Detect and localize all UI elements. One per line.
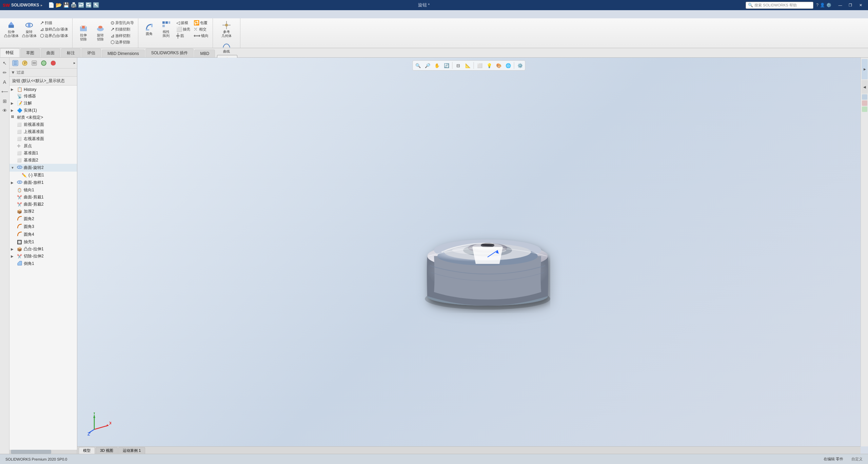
tree-item-fillet2[interactable]: 圆角2 xyxy=(9,215,77,223)
rp-texture-btn[interactable] xyxy=(862,100,867,106)
solid-expand[interactable]: ▶ xyxy=(11,109,16,112)
dimension-tool-button[interactable]: ⟵ xyxy=(1,88,9,96)
sweep-cut-button[interactable]: ↗扫描切割 xyxy=(109,26,135,32)
tree-item-material[interactable]: 材质 <未指定> xyxy=(9,114,77,121)
tree-item-surface-loft1[interactable]: ▶ 曲面-放样1 xyxy=(9,179,77,187)
btab-motion[interactable]: 运动算例 1 xyxy=(118,447,145,454)
rib-button[interactable]: ╪筋 xyxy=(175,33,192,39)
customize-button[interactable]: 自定义 xyxy=(849,456,865,462)
loft-cut-button[interactable]: ⊿放样切割 xyxy=(109,33,135,39)
linear-pattern-button[interactable]: 线性阵列 xyxy=(158,20,174,39)
revolve-cut-button[interactable]: 旋转切除 xyxy=(92,23,108,42)
rp-color-btn[interactable] xyxy=(862,94,867,100)
btab-model[interactable]: 模型 xyxy=(79,447,95,454)
select-tool-button[interactable]: ↖ xyxy=(1,59,9,67)
ref-geo-button[interactable]: 参考几何体 xyxy=(218,20,235,39)
fp-property-btn[interactable]: P xyxy=(20,59,29,67)
sketch-tool-button[interactable]: ✏ xyxy=(1,69,9,77)
fp-expand-arrow[interactable]: ▸ xyxy=(74,61,76,65)
redo-icon[interactable]: ↪️ xyxy=(85,2,92,8)
user-icon[interactable]: 👤 xyxy=(820,3,825,7)
revolve-button[interactable]: 旋转凸台/基体 xyxy=(21,20,38,39)
cut-extrude2-expand[interactable]: ▶ xyxy=(11,254,16,258)
fillet-button[interactable]: 圆角 xyxy=(141,22,157,37)
history-expand[interactable]: ▶ xyxy=(11,88,16,91)
rp-scene-btn[interactable] xyxy=(862,107,867,112)
loft-button[interactable]: ⊿放样凸台/基体 xyxy=(39,26,70,32)
tab-feature[interactable]: 特征 xyxy=(0,48,20,57)
tree-item-solid[interactable]: ▶ 🔷 实体(1) xyxy=(9,107,77,114)
tree-item-thicken2[interactable]: 📦 加厚2 xyxy=(9,208,77,215)
shell-button[interactable]: ⬜抽壳 xyxy=(175,26,192,32)
tree-item-mirror1[interactable]: 🪞 镜向1 xyxy=(9,187,77,194)
fp-config-btn[interactable] xyxy=(30,59,39,67)
tree-item-top-plane[interactable]: ⬜ 上视基准面 xyxy=(9,128,77,135)
close-button[interactable]: ✕ xyxy=(856,1,865,9)
help-icon[interactable]: ? xyxy=(816,3,818,7)
tree-item-right-plane[interactable]: ⬜ 右视基准面 xyxy=(9,135,77,142)
tree-item-fillet3[interactable]: 圆角3 xyxy=(9,223,77,231)
tree-item-surface-trim2[interactable]: ✂️ 曲面-剪裁2 xyxy=(9,201,77,208)
intersect-button[interactable]: ⛌相交 xyxy=(192,26,210,32)
mirror-button[interactable]: ⟺镜向 xyxy=(192,33,210,39)
surface-revolve2-expand[interactable]: ▼ xyxy=(11,166,16,170)
settings-icon[interactable]: ⚙️ xyxy=(826,3,831,7)
fp-hscroll-thumb[interactable] xyxy=(11,450,51,454)
annotation-expand[interactable]: ▶ xyxy=(11,101,16,105)
rp-palette-pane[interactable]: ◀ xyxy=(862,80,868,94)
viewport[interactable]: 🔍 🔎 ✋ 🔄 ⊟ 📐 ⬜ 💡 🎨 🌐 ⚙️ xyxy=(77,58,861,446)
print-icon[interactable]: 🖨️ xyxy=(71,2,77,8)
tab-annotation[interactable]: 标注 xyxy=(61,49,81,57)
tree-item-surface-trim1[interactable]: ✂️ 曲面-剪裁1 xyxy=(9,194,77,201)
tree-item-origin[interactable]: ✛ 原点 xyxy=(9,142,77,150)
tab-mbd-dimensions[interactable]: MBD Dimensions xyxy=(102,50,145,57)
extrude-cut-button[interactable]: 拉伸切除 xyxy=(75,23,92,42)
search-box[interactable]: 🔍 搜索 SOLIDWORKS 帮助 xyxy=(746,2,813,9)
tree-item-cut-extrude2[interactable]: ▶ ✂️ 切除-拉伸2 xyxy=(9,253,77,260)
fp-color-btn[interactable] xyxy=(49,59,58,67)
fp-feature-btn[interactable] xyxy=(11,59,20,67)
tree-item-chamfer1[interactable]: 倒角1 xyxy=(9,260,77,268)
undo-icon[interactable]: ↩️ xyxy=(78,2,84,8)
wrap-button[interactable]: 🔁包覆 xyxy=(192,20,210,26)
tree-item-sketch1[interactable]: ✏️ (-) 草图1 xyxy=(9,172,77,179)
tab-evaluate[interactable]: 评估 xyxy=(81,49,101,57)
tab-surface[interactable]: 曲面 xyxy=(41,49,60,57)
tab-sw-plugins[interactable]: SOLIDWORKS 插件 xyxy=(145,49,194,57)
save-icon[interactable]: 💾 xyxy=(63,2,70,8)
tree-item-fillet4[interactable]: 圆角4 xyxy=(9,231,77,238)
tab-mbd[interactable]: MBD xyxy=(194,50,215,57)
btab-3dview[interactable]: 3D 视图 xyxy=(96,447,118,454)
fillet2-icon xyxy=(17,216,22,222)
boss-extrude1-expand[interactable]: ▶ xyxy=(11,247,16,251)
restore-button[interactable]: ❐ xyxy=(846,1,855,9)
sweep-button[interactable]: ↗扫描 xyxy=(39,20,70,26)
text-tool-button[interactable]: A xyxy=(1,78,9,86)
tree-item-sensor[interactable]: 📡 传感器 xyxy=(9,93,77,100)
view-tool-button[interactable]: 👁 xyxy=(1,107,9,115)
boundary-cut-button[interactable]: ⬡边界切除 xyxy=(109,39,135,45)
tree-item-boss-extrude1[interactable]: ▶ 📦 凸台-拉伸1 xyxy=(9,246,77,253)
fp-hscroll[interactable] xyxy=(9,450,77,454)
new-icon[interactable]: 📄 xyxy=(48,2,55,8)
tree-item-front-plane[interactable]: ⬜ 前视基准面 xyxy=(9,121,77,128)
tree-item-base1[interactable]: ⬜ 基准面1 xyxy=(9,150,77,157)
tree-item-annotation[interactable]: ▶ 📝 注解 xyxy=(9,100,77,107)
tab-sketch[interactable]: 草图 xyxy=(20,49,40,57)
tree-item-surface-revolve2[interactable]: ▼ 曲面-旋转2 xyxy=(9,164,77,172)
minimize-button[interactable]: — xyxy=(835,1,845,9)
tree-item-history[interactable]: ▶ 📋 History xyxy=(9,86,77,93)
snap-tool-button[interactable]: ⊞ xyxy=(1,97,9,105)
tree-item-shell1[interactable]: 🔲 抽壳1 xyxy=(9,238,77,246)
open-icon[interactable]: 📂 xyxy=(56,2,62,8)
boundary-button[interactable]: ⬡边界凸台/基体 xyxy=(39,33,70,39)
select-icon[interactable]: ↖️ xyxy=(93,2,99,8)
boss-extrude-button[interactable]: 拉伸凸台/基体 xyxy=(3,20,20,39)
tree-item-base2[interactable]: ⬜ 基准面2 xyxy=(9,157,77,164)
hole-wizard-button[interactable]: ⊙异型孔向导 xyxy=(109,20,135,26)
curves-button[interactable]: 曲线 xyxy=(218,39,235,54)
fp-display-btn[interactable] xyxy=(39,59,48,67)
surface-loft1-expand[interactable]: ▶ xyxy=(11,181,16,185)
draft-button[interactable]: ◁拔模 xyxy=(175,20,192,26)
rp-display-pane[interactable]: ▶ xyxy=(862,59,868,79)
